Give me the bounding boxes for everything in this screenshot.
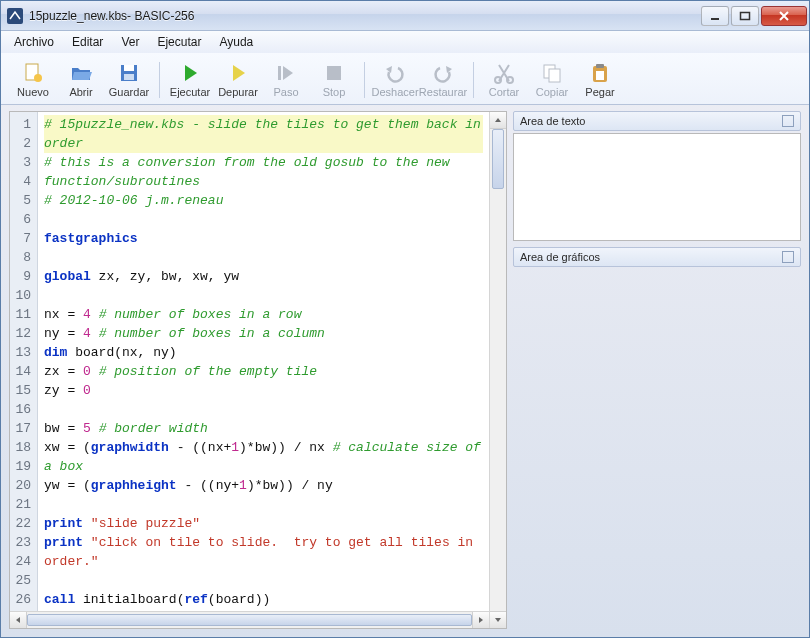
svg-rect-8 (278, 66, 281, 80)
code-line[interactable]: ny = 4 # number of boxes in a column (44, 324, 483, 343)
code-line[interactable] (44, 210, 483, 229)
menu-bar: ArchivoEditarVerEjecutarAyuda (1, 31, 809, 53)
menu-ejecutar[interactable]: Ejecutar (148, 33, 210, 51)
svg-rect-6 (124, 65, 134, 71)
toolbar-label: Guardar (109, 86, 149, 98)
toolbar-label: Deshacer (371, 86, 418, 98)
code-line[interactable]: # 15puzzle_new.kbs - slide the tiles to … (44, 115, 483, 153)
code-line[interactable]: # this is a conversion from the old gosu… (44, 153, 483, 191)
scroll-thumb[interactable] (27, 614, 472, 626)
toolbar-label: Cortar (489, 86, 520, 98)
right-sidebar: Area de texto Area de gráficos (513, 111, 801, 629)
close-button[interactable] (761, 6, 807, 26)
toolbar-label: Stop (323, 86, 346, 98)
text-output-panel: Area de texto (513, 111, 801, 241)
panel-title: Area de gráficos (520, 251, 600, 263)
code-line[interactable]: bw = 5 # border width (44, 419, 483, 438)
text-output-area[interactable] (513, 133, 801, 241)
scroll-down-button[interactable] (490, 611, 506, 628)
menu-editar[interactable]: Editar (63, 33, 112, 51)
code-line[interactable] (44, 286, 483, 305)
window-title: 15puzzle_new.kbs- BASIC-256 (29, 9, 699, 23)
svg-rect-1 (711, 18, 719, 20)
new-button[interactable]: Nuevo (9, 60, 57, 100)
scroll-track[interactable] (490, 129, 506, 611)
scroll-left-button[interactable] (10, 612, 27, 628)
code-line[interactable]: fastgraphics (44, 229, 483, 248)
line-gutter: 1234567891011121314151617181920212223242… (10, 112, 38, 628)
copy-button: Copiar (528, 60, 576, 100)
code-line[interactable]: print "slide puzzle" (44, 514, 483, 533)
stop-button: Stop (310, 60, 358, 100)
toolbar-separator (159, 62, 160, 98)
svg-rect-15 (596, 64, 604, 68)
step-button: Paso (262, 60, 310, 100)
toolbar-separator (473, 62, 474, 98)
scroll-track[interactable] (27, 612, 472, 628)
floppy-icon (117, 62, 141, 84)
toolbar: NuevoAbrirGuardarEjecutarDepurarPasoStop… (1, 53, 809, 105)
toolbar-label: Paso (273, 86, 298, 98)
scroll-right-button[interactable] (472, 612, 489, 628)
panel-header[interactable]: Area de gráficos (513, 247, 801, 267)
file-new-icon (21, 62, 45, 84)
step-icon (274, 62, 298, 84)
toolbar-separator (364, 62, 365, 98)
redo-icon (431, 62, 455, 84)
undo-button: Deshacer (371, 60, 419, 100)
code-line[interactable]: zy = 0 (44, 381, 483, 400)
maximize-button[interactable] (731, 6, 759, 26)
menu-ver[interactable]: Ver (112, 33, 148, 51)
cut-button: Cortar (480, 60, 528, 100)
code-line[interactable]: print "click on tile to slide. try to ge… (44, 533, 483, 571)
detach-icon[interactable] (782, 251, 794, 263)
toolbar-label: Nuevo (17, 86, 49, 98)
paste-button[interactable]: Pegar (576, 60, 624, 100)
toolbar-label: Restaurar (419, 86, 467, 98)
graphics-output-panel: Area de gráficos (513, 247, 801, 629)
horizontal-scrollbar[interactable] (10, 611, 489, 628)
minimize-button[interactable] (701, 6, 729, 26)
panel-title: Area de texto (520, 115, 585, 127)
code-line[interactable] (44, 571, 483, 590)
toolbar-label: Depurar (218, 86, 258, 98)
code-line[interactable]: yw = (graphheight - ((ny+1)*bw)) / ny (44, 476, 483, 495)
app-icon (7, 8, 23, 24)
copy-icon (540, 62, 564, 84)
save-button[interactable]: Guardar (105, 60, 153, 100)
detach-icon[interactable] (782, 115, 794, 127)
code-line[interactable]: xw = (graphwidth - ((nx+1)*bw)) / nx # c… (44, 438, 483, 476)
cut-icon (492, 62, 516, 84)
run-button[interactable]: Ejecutar (166, 60, 214, 100)
code-line[interactable]: call initialboard(ref(board)) (44, 590, 483, 609)
play-debug-icon (226, 62, 250, 84)
scroll-thumb[interactable] (492, 129, 504, 189)
code-content[interactable]: # 15puzzle_new.kbs - slide the tiles to … (38, 112, 489, 628)
code-line[interactable] (44, 248, 483, 267)
code-line[interactable] (44, 400, 483, 419)
paste-icon (588, 62, 612, 84)
toolbar-label: Ejecutar (170, 86, 210, 98)
code-line[interactable]: global zx, zy, bw, xw, yw (44, 267, 483, 286)
menu-ayuda[interactable]: Ayuda (210, 33, 262, 51)
code-line[interactable]: # 2012-10-06 j.m.reneau (44, 191, 483, 210)
toolbar-label: Pegar (585, 86, 614, 98)
vertical-scrollbar[interactable] (489, 112, 506, 628)
redo-button: Restaurar (419, 60, 467, 100)
svg-rect-2 (741, 12, 750, 19)
svg-point-11 (507, 77, 513, 83)
code-line[interactable] (44, 495, 483, 514)
folder-open-icon (69, 62, 93, 84)
scroll-up-button[interactable] (490, 112, 506, 129)
panel-header[interactable]: Area de texto (513, 111, 801, 131)
code-line[interactable]: nx = 4 # number of boxes in a row (44, 305, 483, 324)
undo-icon (383, 62, 407, 84)
play-icon (178, 62, 202, 84)
code-line[interactable]: dim board(nx, ny) (44, 343, 483, 362)
app-window: 15puzzle_new.kbs- BASIC-256 ArchivoEdita… (0, 0, 810, 638)
code-line[interactable]: zx = 0 # position of the empty tile (44, 362, 483, 381)
debug-button[interactable]: Depurar (214, 60, 262, 100)
menu-archivo[interactable]: Archivo (5, 33, 63, 51)
open-button[interactable]: Abrir (57, 60, 105, 100)
code-editor[interactable]: 1234567891011121314151617181920212223242… (9, 111, 507, 629)
